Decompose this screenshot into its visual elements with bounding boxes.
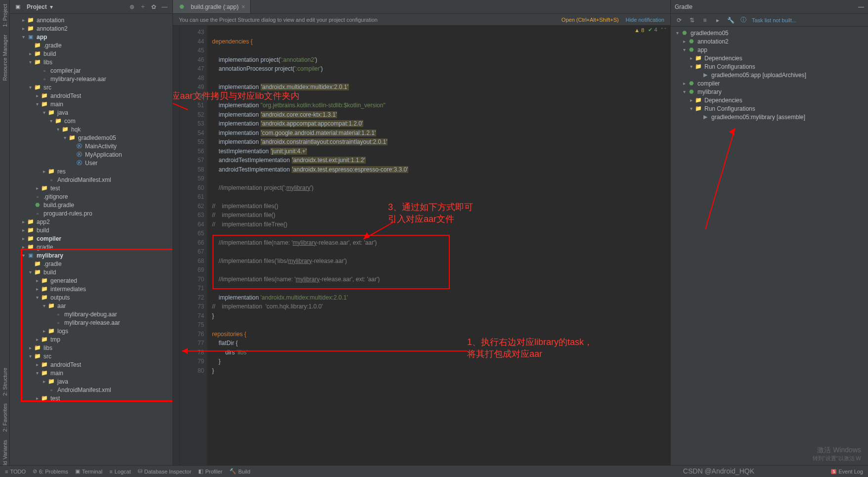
attach-icon[interactable]: ⇅ (688, 16, 696, 25)
tree-item[interactable]: ⓀMainActivity (10, 142, 173, 150)
tree-item[interactable]: ▸📁logs (10, 327, 173, 335)
tree-item[interactable]: ▾📁gradledemo05 (10, 133, 173, 142)
close-icon[interactable]: × (242, 3, 245, 10)
tree-item[interactable]: ▸📁generated (10, 276, 173, 285)
tree-item[interactable]: ▸📁androidTest (10, 91, 173, 100)
locate-icon[interactable]: ⊕ (128, 3, 136, 11)
tree-item[interactable]: ▾📁main (10, 100, 173, 108)
tree-item[interactable]: ⓀMyApplication (10, 150, 173, 159)
settings-icon[interactable]: ✿ (150, 3, 158, 11)
tree-item[interactable]: ▾📁aar (10, 302, 173, 310)
tree-item[interactable]: ▾📁java (10, 108, 173, 117)
tree-item[interactable]: ▾▣mylibrary (10, 251, 173, 260)
wrench-icon[interactable]: 🔧 (726, 16, 735, 25)
tree-item[interactable]: ▸📁intermediates (10, 285, 173, 293)
tab-resource-manager[interactable]: Resource Manager (1, 31, 9, 85)
tree-item[interactable]: ▫proguard-rules.pro (10, 209, 173, 217)
bottom-profiler[interactable]: ◧ Profiler (198, 468, 222, 475)
file-icon: ▫ (47, 387, 55, 393)
tree-item[interactable]: ▾📁build (10, 268, 173, 276)
tree-item[interactable]: ▸📁build (10, 49, 173, 58)
tree-item[interactable]: ▸⬣compiler (671, 79, 868, 87)
bottom-todo[interactable]: ≡ TODO (5, 469, 26, 475)
tree-item[interactable]: ▾📁com (10, 117, 173, 125)
dropdown-icon[interactable]: ▾ (50, 3, 53, 10)
hide-icon[interactable]: — (161, 3, 169, 11)
tree-item[interactable]: ▸📁build (10, 226, 173, 234)
folder-icon: 📁 (41, 92, 48, 99)
gradle-task-msg[interactable]: Task list not built... (752, 17, 796, 23)
gradle-tree[interactable]: ▾⬣gradledemo05▸⬣annotation2▾⬣app▸📁Depend… (671, 27, 868, 477)
bottom-database[interactable]: ⛁ Database Inspector (138, 468, 191, 475)
tree-item[interactable]: ⬣build.gradle (10, 201, 173, 209)
tree-item[interactable]: ▫compiler.jar (10, 66, 173, 75)
bottom-logcat[interactable]: ≡ Logcat (109, 469, 130, 475)
bottom-event-log[interactable]: 5 Event Log (831, 469, 863, 475)
tree-item[interactable]: ▫mylibrary-release.aar (10, 318, 173, 327)
tree-item[interactable]: ▫mylibrary-debug.aar (10, 310, 173, 318)
folder-o-icon: 📁 (41, 286, 48, 292)
tree-item[interactable]: ▸📁res (10, 167, 173, 175)
tree-item[interactable]: ▸📁app2 (10, 217, 173, 226)
tree-item[interactable]: ▾📁Run Configurations (671, 104, 868, 113)
tree-item[interactable]: ▫mylibrary-release.aar (10, 75, 173, 83)
tree-item[interactable]: ▸📁androidTest (10, 360, 173, 369)
tree-item[interactable]: ▾📁main (10, 369, 173, 377)
sort-icon[interactable]: ≡ (700, 16, 709, 25)
tree-item[interactable]: ▸📁test (10, 394, 173, 402)
execute-icon[interactable]: ▸ (713, 16, 722, 25)
tree-item[interactable]: ▶gradledemo05:app [uploadArchives] (671, 71, 868, 79)
tree-item[interactable]: ▾📁hqk (10, 125, 173, 133)
project-panel-title: Project (27, 3, 47, 10)
inspection-strip[interactable]: ▲ 8 ✔ 4 ˆ ˇ (632, 26, 668, 34)
tree-item[interactable]: ▾📁outputs (10, 293, 173, 302)
info-icon[interactable]: ⓘ (739, 16, 748, 25)
tree-item-label: annotation (37, 17, 64, 24)
tree-item[interactable]: ▸📁tmp (10, 335, 173, 344)
gradle-icon: ⬣ (688, 80, 695, 87)
tree-item[interactable]: ▾⬣gradledemo05 (671, 29, 868, 37)
project-tree[interactable]: ▸📁annotation▸📁annotation2▾▣app📁.gradle▸📁… (10, 14, 173, 477)
notice-open-link[interactable]: Open (Ctrl+Alt+Shift+S) (562, 17, 619, 23)
tree-item[interactable]: ▫AndroidManifest.xml (10, 175, 173, 184)
refresh-icon[interactable]: ⟳ (675, 16, 684, 25)
tree-item[interactable]: ▸📁java (10, 377, 173, 386)
bottom-terminal[interactable]: ▣ Terminal (75, 468, 103, 475)
tree-item-label: hqk (71, 126, 81, 133)
tree-item[interactable]: ▫.gitignore (10, 192, 173, 201)
collapse-icon[interactable]: ÷ (139, 3, 147, 11)
tree-item[interactable]: ▸📁Dependencies (671, 96, 868, 104)
tree-item[interactable]: ▾▣app (10, 33, 173, 41)
tree-item[interactable]: ▸📁compiler (10, 234, 173, 243)
folder-icon: 📁 (47, 109, 55, 116)
tree-item[interactable]: ▾📁src (10, 352, 173, 360)
tree-item[interactable]: ▸📁test (10, 184, 173, 192)
tree-item[interactable]: ▸📁annotation (10, 16, 173, 24)
tree-item[interactable]: 📁.gradle (10, 41, 173, 49)
tab-favorites[interactable]: 2: Favorites (1, 399, 9, 435)
tree-item[interactable]: ▶gradledemo05:mylibrary [assemble] (671, 113, 868, 121)
tree-item[interactable]: ⓀUser (10, 159, 173, 167)
tab-project[interactable]: 1: Project (1, 0, 9, 31)
notice-hide-link[interactable]: Hide notification (626, 17, 664, 23)
tree-item[interactable]: ▾⬣app (671, 45, 868, 54)
folder-icon: 📁 (34, 345, 42, 351)
editor-tab-build-gradle[interactable]: ⬣ build.gradle (:app) × (173, 0, 251, 13)
bottom-build[interactable]: 🔨 Build (229, 468, 250, 475)
tab-structure[interactable]: 2: Structure (1, 364, 9, 400)
tree-item[interactable]: ▸📁gradle (10, 243, 173, 251)
tree-item[interactable]: ▸📁Dependencies (671, 54, 868, 62)
folder-icon: 📁 (54, 118, 62, 124)
tree-item[interactable]: ▫AndroidManifest.xml (10, 386, 173, 394)
tree-item[interactable]: ▾📁libs (10, 58, 173, 66)
tree-item[interactable]: ▾⬣mylibrary (671, 87, 868, 96)
tree-item[interactable]: ▸📁annotation2 (10, 24, 173, 33)
file-icon: ▫ (54, 311, 62, 317)
tree-item[interactable]: ▾📁Run Configurations (671, 62, 868, 71)
tree-item[interactable]: 📁.gradle (10, 260, 173, 268)
bottom-problems[interactable]: ⊘ 6: Problems (33, 468, 68, 475)
hide-icon[interactable]: — (858, 3, 864, 10)
tree-item[interactable]: ▸📁libs (10, 344, 173, 352)
tree-item[interactable]: ▾📁src (10, 83, 173, 91)
tree-item[interactable]: ▸⬣annotation2 (671, 37, 868, 45)
